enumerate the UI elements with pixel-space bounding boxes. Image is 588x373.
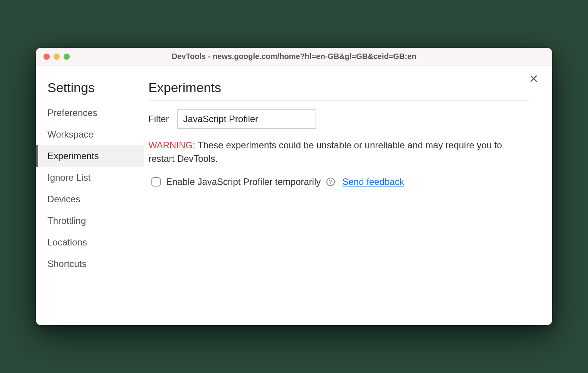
sidebar-item-experiments[interactable]: Experiments bbox=[36, 145, 144, 167]
sidebar-item-throttling[interactable]: Throttling bbox=[36, 210, 144, 232]
close-icon[interactable] bbox=[529, 74, 538, 85]
sidebar-title: Settings bbox=[36, 80, 144, 102]
sidebar-item-label: Shortcuts bbox=[47, 259, 86, 269]
experiment-checkbox[interactable] bbox=[151, 177, 161, 186]
help-icon[interactable]: ? bbox=[326, 178, 335, 186]
window-title: DevTools - news.google.com/home?hl=en-GB… bbox=[43, 52, 545, 61]
warning-text: WARNING: These experiments could be unst… bbox=[148, 139, 529, 166]
traffic-lights bbox=[44, 54, 70, 60]
sidebar-item-label: Workspace bbox=[47, 129, 94, 139]
sidebar-item-workspace[interactable]: Workspace bbox=[36, 124, 144, 145]
traffic-light-zoom[interactable] bbox=[64, 54, 70, 60]
devtools-window: DevTools - news.google.com/home?hl=en-GB… bbox=[36, 48, 552, 325]
warning-label: WARNING: bbox=[148, 140, 195, 150]
sidebar-item-devices[interactable]: Devices bbox=[36, 188, 144, 210]
sidebar-item-shortcuts[interactable]: Shortcuts bbox=[36, 253, 144, 275]
traffic-light-minimize[interactable] bbox=[54, 54, 60, 60]
sidebar-item-label: Ignore List bbox=[47, 172, 91, 183]
filter-input[interactable] bbox=[177, 109, 316, 129]
main-panel: Experiments Filter WARNING: These experi… bbox=[144, 66, 552, 325]
page-title: Experiments bbox=[148, 80, 529, 101]
sidebar-item-label: Experiments bbox=[47, 151, 99, 161]
sidebar-item-label: Throttling bbox=[47, 215, 86, 226]
window-titlebar: DevTools - news.google.com/home?hl=en-GB… bbox=[36, 48, 552, 66]
sidebar-item-locations[interactable]: Locations bbox=[36, 232, 144, 253]
sidebar-item-label: Preferences bbox=[47, 108, 97, 118]
experiment-label: Enable JavaScript Profiler temporarily bbox=[166, 176, 321, 187]
filter-label: Filter bbox=[148, 114, 169, 124]
sidebar-item-label: Locations bbox=[47, 237, 87, 247]
sidebar-item-label: Devices bbox=[47, 194, 80, 204]
traffic-light-close[interactable] bbox=[44, 54, 50, 60]
settings-sidebar: Settings Preferences Workspace Experimen… bbox=[36, 66, 144, 325]
experiment-row: Enable JavaScript Profiler temporarily ?… bbox=[148, 176, 529, 187]
sidebar-item-ignore-list[interactable]: Ignore List bbox=[36, 167, 144, 188]
warning-body: These experiments could be unstable or u… bbox=[148, 140, 502, 164]
filter-row: Filter bbox=[148, 109, 529, 129]
feedback-link[interactable]: Send feedback bbox=[343, 176, 404, 187]
sidebar-item-preferences[interactable]: Preferences bbox=[36, 102, 144, 124]
content-area: Settings Preferences Workspace Experimen… bbox=[36, 66, 552, 325]
